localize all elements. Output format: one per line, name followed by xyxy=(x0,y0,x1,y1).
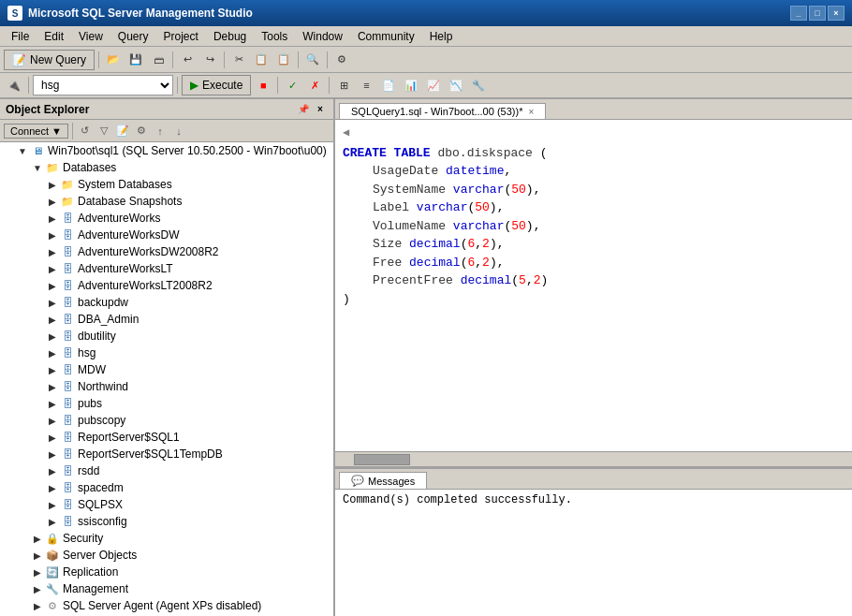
results-file-button[interactable]: 📄 xyxy=(378,75,399,95)
db-reportserver[interactable]: ▶ 🗄 ReportServer$SQL1 xyxy=(0,429,333,446)
menu-query[interactable]: Query xyxy=(110,28,156,45)
db-hsg-expander[interactable]: ▶ xyxy=(45,345,60,360)
db-pubscopy[interactable]: ▶ 🗄 pubscopy xyxy=(0,412,333,429)
db-spacedm-expander[interactable]: ▶ xyxy=(45,480,60,495)
db-dbutility[interactable]: ▶ 🗄 dbutility xyxy=(0,328,333,345)
sql-scroll-thumb[interactable] xyxy=(354,454,410,465)
menu-tools[interactable]: Tools xyxy=(254,28,295,45)
security-node[interactable]: ▶ 🔒 Security xyxy=(0,530,333,547)
copy-button[interactable]: 📋 xyxy=(251,50,272,70)
display-estimated-plan-button[interactable]: 📊 xyxy=(401,75,421,95)
oe-move-up-button[interactable]: ↑ xyxy=(152,123,169,139)
server-expander[interactable]: ▼ xyxy=(15,143,30,158)
database-snapshots-node[interactable]: ▶ 📁 Database Snapshots xyxy=(0,193,333,210)
db-reportservertempdb[interactable]: ▶ 🗄 ReportServer$SQL1TempDB xyxy=(0,446,333,462)
db-mdw-expander[interactable]: ▶ xyxy=(45,362,60,377)
oe-move-down-button[interactable]: ↓ xyxy=(170,123,187,139)
server-objects-node[interactable]: ▶ 📦 Server Objects xyxy=(0,547,333,564)
db-dbutility-expander[interactable]: ▶ xyxy=(45,329,60,344)
db-rsdd-expander[interactable]: ▶ xyxy=(45,463,60,478)
oe-connect-button[interactable]: Connect ▼ xyxy=(4,124,68,139)
agent-expander[interactable]: ▶ xyxy=(30,598,45,613)
cut-button[interactable]: ✂ xyxy=(228,50,249,70)
management-expander[interactable]: ▶ xyxy=(30,581,45,596)
oe-close-button[interactable]: × xyxy=(313,102,328,117)
menu-view[interactable]: View xyxy=(71,28,110,45)
stop-button[interactable]: ■ xyxy=(253,75,273,95)
db-awdw-expander[interactable]: ▶ xyxy=(45,227,60,242)
menu-file[interactable]: File xyxy=(4,28,37,45)
query-options-button[interactable]: 🔧 xyxy=(468,75,489,95)
redo-button[interactable]: ↪ xyxy=(199,50,220,70)
management-node[interactable]: ▶ 🔧 Management xyxy=(0,580,333,597)
db-ssisconfig-expander[interactable]: ▶ xyxy=(45,514,60,529)
db-dbaadmin-expander[interactable]: ▶ xyxy=(45,312,60,327)
server-objects-expander[interactable]: ▶ xyxy=(30,548,45,563)
menu-debug[interactable]: Debug xyxy=(206,28,254,45)
window-controls[interactable]: _ □ × xyxy=(790,6,845,21)
db-northwind-expander[interactable]: ▶ xyxy=(45,379,60,394)
db-spacedm[interactable]: ▶ 🗄 spacedm xyxy=(0,479,333,496)
undo-button[interactable]: ↩ xyxy=(177,50,198,70)
minimize-button[interactable]: _ xyxy=(790,6,807,21)
db-backupdw-expander[interactable]: ▶ xyxy=(45,295,60,310)
save-button[interactable]: 💾 xyxy=(125,50,146,70)
system-databases-expander[interactable]: ▶ xyxy=(45,177,60,192)
db-rsdd[interactable]: ▶ 🗄 rsdd xyxy=(0,462,333,479)
menu-community[interactable]: Community xyxy=(350,28,422,45)
sql-tab-close[interactable]: × xyxy=(528,107,534,117)
oe-new-query-button[interactable]: 📝 xyxy=(114,123,131,139)
find-button[interactable]: 🔍 xyxy=(302,50,323,70)
oe-refresh-button[interactable]: ↺ xyxy=(77,123,94,139)
messages-tab[interactable]: 💬 Messages xyxy=(339,472,427,489)
server-node[interactable]: ▼ 🖥 Win7boot\sql1 (SQL Server 10.50.2500… xyxy=(0,142,333,159)
maximize-button[interactable]: □ xyxy=(809,6,826,21)
settings-button[interactable]: ⚙ xyxy=(331,50,352,70)
db-awdw2008-expander[interactable]: ▶ xyxy=(45,244,60,259)
oe-filter-button[interactable]: ▽ xyxy=(95,123,112,139)
databases-expander[interactable]: ▼ xyxy=(30,160,45,175)
db-adventureworkslt2008r2[interactable]: ▶ 🗄 AdventureWorksLT2008R2 xyxy=(0,277,333,294)
include-client-stats-button[interactable]: 📉 xyxy=(446,75,466,95)
database-selector[interactable]: hsg master AdventureWorks xyxy=(33,75,173,95)
db-awlt2008-expander[interactable]: ▶ xyxy=(45,278,60,293)
menu-window[interactable]: Window xyxy=(295,28,350,45)
db-snapshots-expander[interactable]: ▶ xyxy=(45,194,60,209)
db-dba-admin[interactable]: ▶ 🗄 DBA_Admin xyxy=(0,311,333,328)
include-actual-plan-button[interactable]: 📈 xyxy=(423,75,444,95)
db-mdw[interactable]: ▶ 🗄 MDW xyxy=(0,361,333,378)
connect-db-button[interactable]: 🔌 xyxy=(4,75,24,95)
menu-project[interactable]: Project xyxy=(156,28,206,45)
db-pubs-expander[interactable]: ▶ xyxy=(45,396,60,411)
db-northwind[interactable]: ▶ 🗄 Northwind xyxy=(0,378,333,395)
replication-expander[interactable]: ▶ xyxy=(30,565,45,579)
execute-button[interactable]: ▶ Execute xyxy=(182,75,251,95)
close-button[interactable]: × xyxy=(828,6,845,21)
sql-query-tab[interactable]: SQLQuery1.sql - Win7boot...00 (53))* × xyxy=(339,103,546,119)
results-text-button[interactable]: ≡ xyxy=(356,75,376,95)
db-sqlpsx[interactable]: ▶ 🗄 SQLPSX xyxy=(0,496,333,513)
db-ssisconfig[interactable]: ▶ 🗄 ssisconfig xyxy=(0,513,333,530)
db-adventureworkslt[interactable]: ▶ 🗄 AdventureWorksLT xyxy=(0,260,333,277)
cancel-parse-button[interactable]: ✗ xyxy=(304,75,325,95)
sql-agent-node[interactable]: ▶ ⚙ SQL Server Agent (Agent XPs disabled… xyxy=(0,597,333,614)
results-grid-button[interactable]: ⊞ xyxy=(333,75,354,95)
new-query-button[interactable]: 📝 New Query xyxy=(4,50,95,70)
save-all-button[interactable]: 🗃 xyxy=(148,50,169,70)
databases-node[interactable]: ▼ 📁 Databases xyxy=(0,159,333,176)
db-hsg[interactable]: ▶ 🗄 hsg xyxy=(0,345,333,361)
db-adventureworksdw[interactable]: ▶ 🗄 AdventureWorksDW xyxy=(0,227,333,243)
db-rstempdb-expander[interactable]: ▶ xyxy=(45,447,60,462)
parse-button[interactable]: ✓ xyxy=(282,75,302,95)
db-aw-expander[interactable]: ▶ xyxy=(45,211,60,226)
db-adventureworks[interactable]: ▶ 🗄 AdventureWorks xyxy=(0,210,333,227)
db-sqlpsx-expander[interactable]: ▶ xyxy=(45,497,60,512)
oe-pin-button[interactable]: 📌 xyxy=(296,102,311,117)
open-file-button[interactable]: 📂 xyxy=(103,50,124,70)
menu-help[interactable]: Help xyxy=(422,28,461,45)
db-adventureworksdw2008r2[interactable]: ▶ 🗄 AdventureWorksDW2008R2 xyxy=(0,243,333,260)
db-backupdw[interactable]: ▶ 🗄 backupdw xyxy=(0,294,333,311)
db-pubscopy-expander[interactable]: ▶ xyxy=(45,413,60,428)
db-pubs[interactable]: ▶ 🗄 pubs xyxy=(0,395,333,412)
sql-editor-scrollbar[interactable] xyxy=(335,451,852,466)
